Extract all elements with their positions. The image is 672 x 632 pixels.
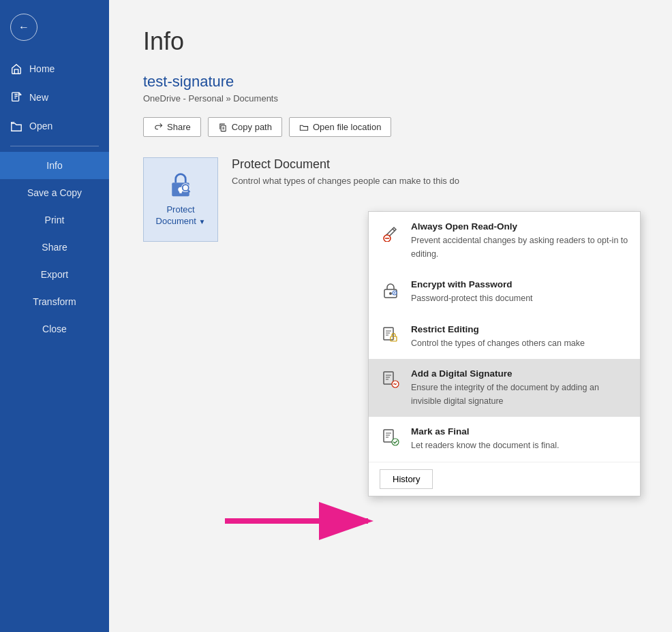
share-button[interactable]: Share [143, 117, 201, 137]
sidebar-item-transform[interactable]: Transform [0, 288, 109, 315]
svg-point-21 [392, 439, 399, 445]
checkmark-doc-icon [380, 428, 401, 447]
sidebar-divider [10, 146, 99, 146]
copy-path-label: Copy path [232, 122, 272, 132]
encrypt-password-text: Encrypt with Password Password-protect t… [411, 279, 533, 305]
sidebar-item-new[interactable]: New [0, 83, 109, 112]
always-open-readonly-text: Always Open Read-Only Prevent accidental… [411, 221, 629, 260]
svg-rect-15 [384, 328, 393, 340]
sidebar-item-share[interactable]: Share [0, 234, 109, 261]
open-location-button[interactable]: Open file location [289, 117, 391, 137]
sidebar-item-open[interactable]: Open [0, 112, 109, 140]
doc-title: test-signature [143, 73, 638, 91]
svg-point-11 [389, 292, 392, 295]
mark-as-final-item[interactable]: Mark as Final Let readers know the docum… [369, 417, 640, 462]
protect-btn-label: ProtectDocument ▼ [156, 204, 206, 227]
svg-rect-18 [384, 372, 393, 384]
sidebar-item-close[interactable]: Close [0, 315, 109, 343]
sidebar-item-save-copy[interactable]: Save a Copy [0, 179, 109, 206]
home-label: Home [29, 63, 55, 74]
protect-document-button[interactable]: ProtectDocument ▼ [143, 157, 218, 242]
svg-point-17 [393, 338, 395, 339]
open-location-label: Open file location [313, 122, 381, 132]
always-open-readonly-item[interactable]: Always Open Read-Only Prevent accidental… [369, 212, 640, 270]
sidebar: ← Home New Open Info Save a Copy Print [0, 0, 109, 632]
svg-rect-4 [179, 190, 182, 193]
main-content: Info test-signature OneDrive - Personal … [109, 0, 672, 632]
history-button[interactable]: History [380, 469, 433, 489]
sidebar-item-print[interactable]: Print [0, 206, 109, 234]
sidebar-item-home[interactable]: Home [0, 54, 109, 83]
copy-path-button[interactable]: Copy path [208, 117, 282, 137]
add-digital-signature-item[interactable]: Add a Digital Signature Ensure the integ… [369, 359, 640, 417]
protect-lock-icon [168, 172, 193, 199]
mark-as-final-text: Mark as Final Let readers know the docum… [411, 426, 559, 452]
share-icon [153, 123, 163, 132]
new-icon [10, 91, 22, 104]
action-buttons: Share Copy path Open file location [143, 117, 638, 137]
svg-rect-1 [221, 125, 226, 131]
svg-rect-20 [384, 430, 393, 442]
copy-icon [218, 123, 228, 132]
protect-info: Protect Document Control what types of c… [232, 157, 638, 186]
pointing-arrow [222, 501, 378, 541]
protect-dropdown: Always Open Read-Only Prevent accidental… [368, 211, 641, 496]
svg-rect-0 [12, 93, 19, 101]
add-digital-signature-text: Add a Digital Signature Ensure the integ… [411, 368, 629, 407]
open-icon [10, 120, 22, 132]
page-title: Info [143, 27, 638, 56]
folder-icon [299, 123, 309, 132]
protect-title: Protect Document [232, 157, 638, 172]
lock-key-icon [380, 281, 401, 300]
protect-description: Control what types of changes people can… [232, 176, 638, 186]
open-label: Open [29, 121, 52, 131]
sidebar-item-info[interactable]: Info [0, 152, 109, 179]
doc-path: OneDrive - Personal » Documents [143, 93, 638, 104]
home-icon [10, 63, 22, 75]
back-button[interactable]: ← [10, 14, 37, 41]
new-label: New [29, 92, 48, 103]
pencil-cancel-icon [380, 223, 401, 242]
back-icon: ← [18, 21, 29, 33]
encrypt-password-item[interactable]: Encrypt with Password Password-protect t… [369, 270, 640, 315]
restrict-editing-item[interactable]: Restrict Editing Control the types of ch… [369, 315, 640, 360]
sig-doc-icon [380, 370, 401, 389]
restrict-editing-text: Restrict Editing Control the types of ch… [411, 324, 585, 350]
lock-doc-icon [380, 326, 401, 345]
sidebar-item-export[interactable]: Export [0, 261, 109, 288]
arrow-container [222, 501, 378, 544]
share-btn-label: Share [167, 122, 191, 132]
